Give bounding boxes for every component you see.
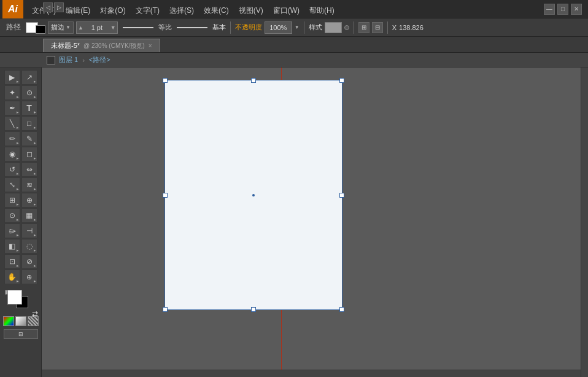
main-area: ▶▸ ↗▸ ✦▸ ⊙▸ ✒▸ T▸ ╲▸ □▸ ✏▸ ✎▸ ◉▸ ◻▸ ↺▸ ⇔… <box>0 68 588 377</box>
horizontal-scrollbar[interactable] <box>42 370 581 377</box>
tool-group-rotate: ↺▸ ⇔▸ <box>4 162 37 177</box>
opacity-dropdown-arrow[interactable]: ▼ <box>295 25 300 30</box>
handle-mid-right[interactable] <box>339 193 344 198</box>
canvas-area[interactable]: G syst <box>42 68 588 377</box>
tab-close-btn[interactable]: × <box>149 42 152 49</box>
stroke-increment[interactable]: ▼ <box>109 25 117 31</box>
main-toolbar: 路径 描边 ▼ ▲ ▼ 等比 基本 不透明度 ▼ 样式 ⊞ ⊟ X 138.82… <box>0 18 588 37</box>
style-label: 样式 <box>309 23 322 32</box>
tool-scale[interactable]: ⤡▸ <box>4 177 20 192</box>
tool-magic-wand[interactable]: ✦▸ <box>4 85 20 100</box>
opacity-input[interactable] <box>265 21 292 34</box>
tool-pen[interactable]: ✒▸ <box>4 101 20 115</box>
menu-effect[interactable]: 效果(C) <box>199 2 234 17</box>
tool-shape-builder[interactable]: ⊕▸ <box>21 193 37 208</box>
gradient-mode-btn[interactable] <box>15 316 26 326</box>
canvas-center-dot <box>252 194 255 196</box>
handle-bottom-mid[interactable] <box>251 307 256 312</box>
handle-top-mid[interactable] <box>251 78 256 83</box>
close-button[interactable]: ✕ <box>571 4 582 15</box>
minimize-button[interactable]: — <box>544 4 555 15</box>
stroke-style-preview <box>177 27 207 28</box>
separator-2 <box>304 21 304 34</box>
breadcrumb-layer-icon <box>47 56 55 64</box>
menu-select[interactable]: 选择(S) <box>164 2 199 17</box>
tool-group-artboard: ⊡▸ ⊘▸ <box>4 254 37 269</box>
tool-perspective[interactable]: ⊙▸ <box>4 208 20 223</box>
tool-eyedropper[interactable]: ⌲▸ <box>4 223 20 238</box>
tool-direct-select[interactable]: ↗▸ <box>21 70 37 85</box>
tool-select[interactable]: ▶▸ <box>4 70 20 85</box>
opacity-label: 不透明度 <box>235 23 262 32</box>
app-logo: Ai <box>2 0 23 18</box>
tool-hand[interactable]: ✋▸ <box>4 270 20 284</box>
tool-pencil[interactable]: ✎▸ <box>21 131 37 146</box>
tool-group-transform: ⊞▸ ⊕▸ <box>4 193 37 208</box>
path-label: 路径 <box>4 22 23 33</box>
style-circle[interactable] <box>344 25 349 30</box>
handle-bottom-left[interactable] <box>163 307 168 312</box>
tool-line[interactable]: ╲▸ <box>4 116 20 131</box>
tab-bar: ◁ ▷ 未标题-5* @ 230% (CMYK/预览) × <box>0 37 588 53</box>
tool-group-line: ╲▸ □▸ <box>4 116 37 131</box>
menu-window[interactable]: 窗口(W) <box>268 2 304 17</box>
tool-group-view: ✋▸ ⊕▸ <box>4 270 37 284</box>
tool-paintbrush[interactable]: ✏▸ <box>4 131 20 146</box>
tool-warp[interactable]: ≋▸ <box>21 177 37 192</box>
separator-3 <box>354 21 354 34</box>
style-swatch[interactable] <box>325 22 342 33</box>
grid-view-btn[interactable]: ⊞ <box>358 22 369 33</box>
stroke-swatch[interactable] <box>36 25 45 34</box>
tab-prev-btn[interactable]: ◁ <box>43 2 53 12</box>
color-swatch-container: ⇄ <box>4 290 38 314</box>
align-btn[interactable]: ⊟ <box>372 22 383 33</box>
stroke-width-input[interactable] <box>85 21 109 34</box>
stroke-decrement[interactable]: ▲ <box>77 25 85 31</box>
tool-group-graph: ⊙▸ ▦▸ <box>4 208 37 223</box>
menu-help[interactable]: 帮助(H) <box>304 2 339 17</box>
handle-top-left[interactable] <box>163 78 168 83</box>
equal-ratio-label: 等比 <box>158 23 172 32</box>
tool-blob[interactable]: ◉▸ <box>4 147 20 161</box>
tab-next-btn[interactable]: ▷ <box>54 2 64 12</box>
tool-eraser[interactable]: ◻▸ <box>21 147 37 161</box>
color-mode-btn[interactable] <box>3 316 14 326</box>
menu-view[interactable]: 视图(V) <box>234 2 268 17</box>
document-tab[interactable]: 未标题-5* @ 230% (CMYK/预览) × <box>43 39 160 52</box>
breadcrumb-path[interactable]: <路径> <box>89 55 110 64</box>
tool-measure[interactable]: ⊣▸ <box>21 223 37 238</box>
handle-bottom-right[interactable] <box>339 307 344 312</box>
tool-gradient[interactable]: ◧▸ <box>4 239 20 254</box>
breadcrumb-layer[interactable]: 图层 1 <box>59 55 78 64</box>
stroke-dropdown[interactable]: 描边 ▼ <box>48 21 74 34</box>
handle-mid-left[interactable] <box>163 193 168 198</box>
canvas-page[interactable] <box>164 80 342 310</box>
tool-chart[interactable]: ▦▸ <box>21 208 37 223</box>
swap-colors-btn[interactable]: ⇄ <box>32 309 37 314</box>
tool-artboard[interactable]: ⊡▸ <box>4 254 20 269</box>
tool-zoom[interactable]: ⊕▸ <box>21 270 37 284</box>
toolbox: ▶▸ ↗▸ ✦▸ ⊙▸ ✒▸ T▸ ╲▸ □▸ ✏▸ ✎▸ ◉▸ ◻▸ ↺▸ ⇔… <box>0 68 42 377</box>
menu-object[interactable]: 对象(O) <box>95 2 130 17</box>
tool-type[interactable]: T▸ <box>21 101 37 115</box>
screen-mode-btn[interactable]: ⊟ <box>4 329 38 339</box>
menu-text[interactable]: 文字(T) <box>131 2 164 17</box>
tool-free-transform[interactable]: ⊞▸ <box>4 193 20 208</box>
tool-group-wand: ✦▸ ⊙▸ <box>4 85 37 100</box>
tool-rect[interactable]: □▸ <box>21 116 37 131</box>
handle-top-right[interactable] <box>339 78 344 83</box>
tool-blend[interactable]: ◌▸ <box>21 239 37 254</box>
tool-group-select: ▶▸ ↗▸ <box>4 70 37 85</box>
tool-group-blob: ◉▸ ◻▸ <box>4 147 37 161</box>
foreground-color[interactable] <box>7 290 22 305</box>
tool-lasso[interactable]: ⊙▸ <box>21 85 37 100</box>
vertical-scrollbar[interactable] <box>581 68 588 377</box>
x-label: X <box>392 24 397 31</box>
tool-slice[interactable]: ⊘▸ <box>21 254 37 269</box>
tool-group-pen: ✒▸ T▸ <box>4 101 37 115</box>
menu-edit[interactable]: 编辑(E) <box>61 2 95 17</box>
breadcrumb-bar: 图层 1 › <路径> <box>0 53 588 68</box>
tool-rotate[interactable]: ↺▸ <box>4 162 20 177</box>
tool-reflect[interactable]: ⇔▸ <box>21 162 37 177</box>
maximize-button[interactable]: □ <box>557 4 568 15</box>
